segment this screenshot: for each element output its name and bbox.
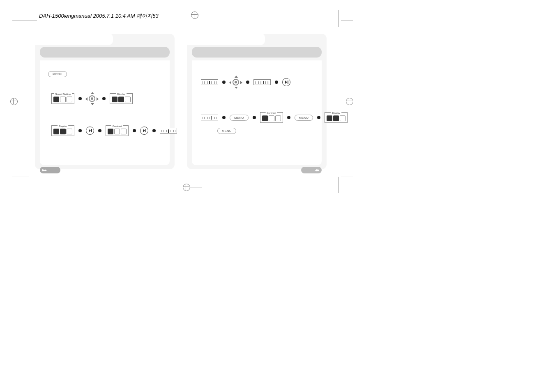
corner-mark: [12, 177, 29, 177]
contrast-label: Contrast: [111, 125, 123, 127]
page-nav-forward: ▸▸▸: [40, 167, 60, 173]
preset-icon: [112, 97, 117, 102]
back-arrows-icon: ◂◂◂: [315, 168, 318, 172]
arrow-icon: [287, 116, 290, 119]
joystick-icon: [230, 76, 242, 88]
display-screen: Display: [325, 112, 348, 123]
corner-mark: [341, 21, 353, 21]
menu-button[interactable]: MENU: [217, 128, 236, 134]
arrow-icon: [133, 129, 136, 132]
arrow-icon: [98, 129, 101, 132]
instruction-panel-right: MENU Contrast MENU Display: [187, 34, 327, 169]
play-button-icon: [140, 127, 148, 135]
corner-mark: [31, 12, 31, 25]
preset-icon: [114, 129, 120, 134]
preset-icon: [60, 129, 66, 134]
preset-icon: [262, 115, 268, 121]
preset-icon: [53, 97, 59, 102]
play-button-icon: [282, 78, 290, 86]
contrast-label: Contrast: [265, 112, 277, 114]
contrast-slider: [160, 128, 177, 134]
preset-icon: [269, 115, 274, 121]
arrow-icon: [78, 129, 82, 132]
menu-button[interactable]: MENU: [295, 115, 313, 121]
arrow-icon: [78, 97, 82, 100]
preset-icon: [67, 97, 72, 102]
preset-icon: [108, 129, 113, 134]
display-label: Display: [116, 93, 127, 95]
preset-icon: [53, 129, 59, 134]
preset-icon: [60, 97, 66, 102]
sound-setting-label: Sound Setting: [54, 93, 72, 95]
preset-icon: [340, 115, 345, 121]
corner-mark: [338, 10, 339, 27]
joystick-icon: [86, 92, 98, 105]
corner-mark: [338, 177, 339, 193]
preset-icon: [125, 97, 131, 102]
instruction-panel-left: MENU Sound Setting Display: [35, 34, 175, 169]
arrow-icon: [152, 129, 156, 132]
contrast-slider: [201, 115, 218, 120]
preset-icon: [275, 115, 281, 121]
forward-arrows-icon: ▸▸▸: [42, 168, 46, 172]
menu-button[interactable]: MENU: [48, 71, 67, 77]
corner-mark: [12, 21, 37, 21]
sound-setting-screen: Sound Setting: [51, 93, 74, 104]
contrast-slider: [201, 79, 218, 85]
arrow-icon: [317, 116, 320, 119]
contrast-screen: Contrast: [260, 112, 283, 123]
play-button-icon: [86, 127, 94, 135]
arrow-icon: [222, 81, 226, 84]
crop-mark-top: [179, 11, 203, 19]
arrow-icon: [222, 116, 226, 119]
arrow-icon: [275, 81, 278, 84]
preset-icon: [327, 115, 332, 121]
preset-icon: [118, 97, 124, 102]
contrast-screen: Contrast: [106, 125, 129, 136]
arrow-icon: [253, 116, 256, 119]
preset-icon: [333, 115, 339, 121]
display-label: Display: [331, 112, 341, 114]
menu-button[interactable]: MENU: [230, 115, 249, 121]
page-nav-back: ◂◂◂: [301, 167, 322, 173]
preset-icon: [121, 129, 127, 134]
display-screen-2: Display: [51, 125, 74, 136]
corner-mark: [341, 177, 353, 177]
document-header: DAH-1500iengmanual 2005.7.1 10:4 AM 페이지5…: [39, 12, 159, 20]
arrow-icon: [246, 81, 249, 84]
preset-icon: [67, 129, 72, 134]
display-screen: Display: [110, 93, 133, 104]
arrow-icon: [102, 97, 106, 100]
corner-mark: [31, 177, 31, 193]
display-label: Display: [58, 125, 68, 127]
contrast-slider-adjusted: [253, 79, 271, 85]
